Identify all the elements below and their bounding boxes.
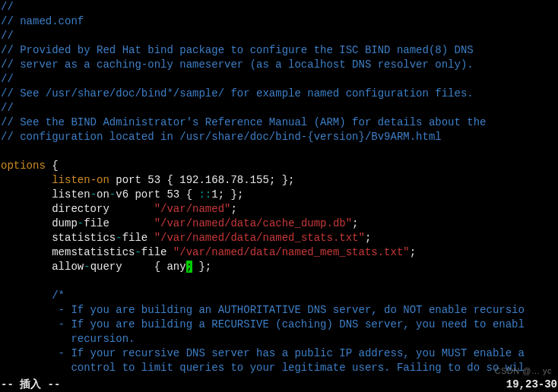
code-segment: //: [1, 30, 14, 42]
code-segment: control to limit queries to your legitim…: [1, 362, 525, 374]
code-segment: -: [78, 217, 84, 229]
watermark: CSDN @… yc: [495, 364, 552, 378]
vim-mode-indicator: -- 插入 --: [1, 378, 60, 392]
code-line: - If you are building a RECURSIVE (cachi…: [1, 318, 557, 332]
code-segment: ::: [198, 188, 211, 201]
code-segment: -: [116, 232, 122, 244]
code-segment: // See the BIND Administrator's Referenc…: [1, 116, 487, 128]
code-segment: ;: [410, 246, 416, 258]
code-line: /*: [1, 289, 557, 303]
code-segment: directory: [1, 203, 154, 215]
code-segment: {: [46, 160, 59, 172]
code-segment: statistics: [1, 232, 116, 244]
code-segment: - If you are building a RECURSIVE (cachi…: [1, 318, 525, 330]
cursor: ;: [186, 261, 192, 273]
code-line: [1, 144, 557, 159]
code-line: directory "/var/named";: [1, 202, 557, 217]
code-segment: "/var/named/data/named_mem_stats.txt": [173, 246, 410, 258]
code-segment: //: [1, 1, 14, 13]
code-segment: v6 port 53 {: [116, 188, 198, 201]
code-line: listen-on port 53 { 192.168.78.155; };: [1, 173, 557, 188]
code-segment: allow: [1, 261, 84, 273]
code-segment: ;: [365, 232, 371, 244]
code-segment: options: [1, 160, 46, 172]
code-segment: [1, 174, 52, 186]
code-segment: // server as a caching-only nameserver (…: [1, 58, 474, 71]
code-segment: - If your recursive DNS server has a pub…: [1, 347, 525, 359]
code-line: //: [1, 29, 557, 43]
code-line: //: [1, 101, 557, 115]
code-segment: memstatistics: [1, 246, 135, 258]
code-segment: /*: [1, 289, 65, 302]
code-segment: ;: [230, 203, 236, 215]
code-segment: -: [84, 261, 90, 273]
code-segment: -: [135, 246, 141, 258]
code-segment: // configuration located in /usr/share/d…: [1, 131, 442, 143]
code-segment: dump: [1, 217, 78, 229]
code-line: control to limit queries to your legitim…: [1, 361, 557, 375]
code-line: // See the BIND Administrator's Referenc…: [1, 115, 557, 130]
code-line: // named.conf: [1, 14, 557, 29]
code-line: //: [1, 72, 557, 87]
code-line: // See /usr/share/doc/bind*/sample/ for …: [1, 87, 557, 101]
editor-content[interactable]: //// named.conf//// Provided by Red Hat …: [0, 0, 558, 375]
code-segment: 1; };: [211, 188, 243, 201]
code-segment: -: [109, 188, 116, 201]
code-segment: // Provided by Red Hat bind package to c…: [1, 44, 474, 56]
code-line: allow-query { any; };: [1, 260, 557, 274]
code-line: statistics-file "/var/named/data/named_s…: [1, 231, 557, 245]
code-line: recursion.: [1, 332, 557, 346]
code-line: options {: [1, 159, 557, 173]
code-line: // Provided by Red Hat bind package to c…: [1, 43, 557, 58]
code-line: //: [1, 0, 557, 14]
code-segment: file: [141, 246, 173, 258]
code-segment: //: [1, 73, 14, 85]
code-segment: ;: [352, 217, 358, 229]
code-line: dump-file "/var/named/data/cache_dump.db…: [1, 217, 557, 231]
code-line: - If your recursive DNS server has a pub…: [1, 346, 557, 361]
code-line: memstatistics-file "/var/named/data/name…: [1, 245, 557, 260]
code-segment: "/var/named": [154, 203, 231, 215]
code-segment: listen-on: [52, 174, 109, 186]
code-segment: on: [97, 188, 109, 201]
code-line: - If you are building an AUTHORITATIVE D…: [1, 303, 557, 318]
cursor-position: 19,23-30: [506, 378, 557, 392]
code-segment: recursion.: [1, 333, 135, 345]
code-line: // server as a caching-only nameserver (…: [1, 58, 557, 72]
code-segment: // named.conf: [1, 15, 84, 27]
code-segment: };: [192, 261, 211, 273]
vim-status-line: -- 插入 -- 19,23-30: [0, 378, 558, 392]
code-segment: -: [90, 188, 97, 201]
code-segment: port 53 { 192.168.78.155; };: [109, 174, 295, 186]
code-segment: // See /usr/share/doc/bind*/sample/ for …: [1, 87, 474, 100]
code-segment: "/var/named/data/cache_dump.db": [154, 217, 352, 229]
code-segment: file: [84, 217, 154, 229]
code-line: listen-on-v6 port 53 { ::1; };: [1, 188, 557, 202]
code-segment: query { any: [90, 261, 186, 273]
code-segment: file: [122, 232, 154, 244]
code-segment: "/var/named/data/named_stats.txt": [154, 232, 365, 244]
code-segment: - If you are building an AUTHORITATIVE D…: [1, 304, 525, 316]
code-segment: //: [1, 102, 14, 114]
code-line: // configuration located in /usr/share/d…: [1, 130, 557, 144]
code-line: [1, 274, 557, 289]
code-segment: listen: [1, 188, 90, 201]
